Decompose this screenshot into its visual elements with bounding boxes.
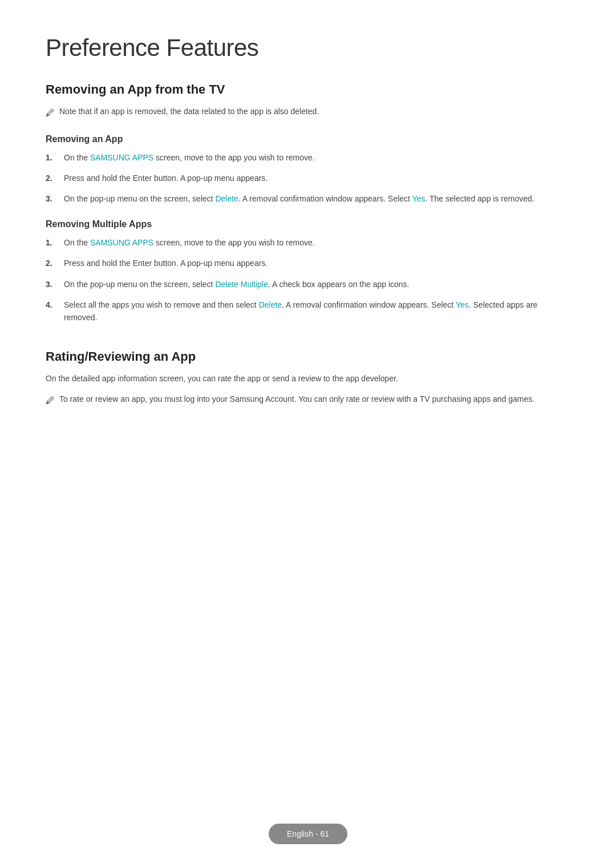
step-text: On the SAMSUNG APPS screen, move to the … — [64, 151, 315, 164]
note-icon2: 🖉 — [46, 393, 55, 408]
note-icon: 🖉 — [46, 106, 55, 120]
step-number: 4. — [46, 299, 57, 311]
section2-title: Rating/Reviewing an App — [46, 349, 570, 364]
step-2-1: 1. On the SAMSUNG APPS screen, move to t… — [46, 236, 570, 249]
step-text: On the pop-up menu on the screen, select… — [64, 192, 534, 205]
section2-note-text: To rate or review an app, you must log i… — [59, 393, 534, 405]
step-number: 1. — [46, 151, 57, 164]
page-title: Preference Features — [46, 34, 570, 62]
step-text: Press and hold the Enter button. A pop-u… — [64, 257, 268, 269]
step-number: 2. — [46, 257, 57, 269]
delete-link2: Delete — [259, 300, 282, 309]
step-1-3: 3. On the pop-up menu on the screen, sel… — [46, 192, 570, 205]
samsung-apps-link1: SAMSUNG APPS — [90, 153, 153, 162]
subsection-removing-an-app: Removing an App 1. On the SAMSUNG APPS s… — [46, 134, 570, 205]
subsection1-steps-list: 1. On the SAMSUNG APPS screen, move to t… — [46, 151, 570, 205]
section-removing-app-from-tv: Removing an App from the TV 🖉 Note that … — [46, 82, 570, 324]
samsung-apps-link2: SAMSUNG APPS — [90, 238, 153, 247]
delete-link1: Delete — [215, 194, 238, 203]
step-number: 2. — [46, 172, 57, 184]
delete-multiple-link: Delete Multiple — [215, 280, 268, 289]
yes-link1: Yes — [412, 194, 425, 203]
section1-title: Removing an App from the TV — [46, 82, 570, 97]
step-text: On the pop-up menu on the screen, select… — [64, 278, 410, 291]
section2-body: On the detailed app information screen, … — [46, 372, 570, 385]
step-2-2: 2. Press and hold the Enter button. A po… — [46, 257, 570, 269]
step-number: 3. — [46, 192, 57, 205]
yes-link2: Yes — [456, 300, 469, 309]
note-text: Note that if an app is removed, the data… — [59, 105, 319, 118]
footer-label: English - 61 — [269, 824, 347, 844]
step-2-3: 3. On the pop-up menu on the screen, sel… — [46, 278, 570, 291]
section1-note: 🖉 Note that if an app is removed, the da… — [46, 105, 570, 120]
section-rating-reviewing: Rating/Reviewing an App On the detailed … — [46, 349, 570, 408]
subsection-removing-multiple-apps: Removing Multiple Apps 1. On the SAMSUNG… — [46, 219, 570, 324]
step-text: On the SAMSUNG APPS screen, move to the … — [64, 236, 315, 249]
section2-note: 🖉 To rate or review an app, you must log… — [46, 393, 570, 408]
subsection2-steps-list: 1. On the SAMSUNG APPS screen, move to t… — [46, 236, 570, 324]
step-number: 3. — [46, 278, 57, 291]
subsection1-title: Removing an App — [46, 134, 570, 144]
subsection2-title: Removing Multiple Apps — [46, 219, 570, 229]
step-1-2: 2. Press and hold the Enter button. A po… — [46, 172, 570, 184]
step-text: Press and hold the Enter button. A pop-u… — [64, 172, 268, 184]
step-1-1: 1. On the SAMSUNG APPS screen, move to t… — [46, 151, 570, 164]
step-text: Select all the apps you wish to remove a… — [64, 299, 570, 324]
step-number: 1. — [46, 236, 57, 249]
step-2-4: 4. Select all the apps you wish to remov… — [46, 299, 570, 324]
